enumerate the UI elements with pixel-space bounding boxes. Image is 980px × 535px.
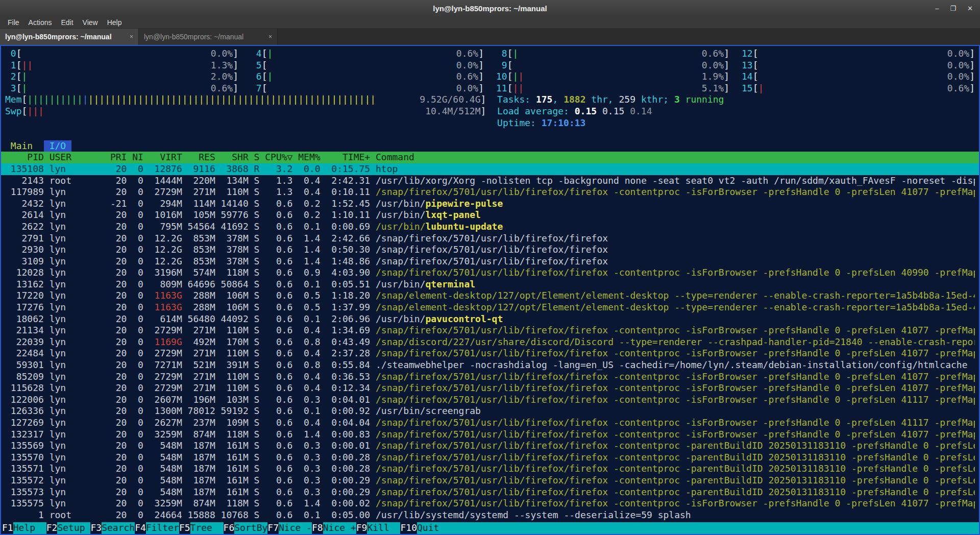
fkey-f4[interactable]: F4Filter xyxy=(135,522,179,534)
process-row[interactable]: 2143root2001444M220M134MS1.30.42:42.31/u… xyxy=(1,175,979,187)
window-titlebar[interactable]: lyn@lyn-b850mprors: ~/manual – ❐ ✕ xyxy=(0,0,980,16)
maximize-button-icon[interactable]: ❐ xyxy=(950,5,956,12)
process-row[interactable]: 2622lyn200795M5456441692S0.60.10:00.69/u… xyxy=(1,221,979,233)
fkey-f3[interactable]: F3Search xyxy=(90,522,135,534)
res-cell: 288M xyxy=(182,290,215,302)
process-row[interactable]: 85209lyn2002729M271M110MS0.60.40:36.53/s… xyxy=(1,371,979,383)
process-row[interactable]: 132317lyn2003259M874M118MS0.61.40:00.83/… xyxy=(1,429,979,441)
process-row[interactable]: 17276lyn2001163G288M106MS0.60.51:37.99/s… xyxy=(1,302,979,313)
process-row[interactable]: 135571lyn200548M187M161MS0.60.30:00.28/s… xyxy=(1,463,979,475)
fkey-f1[interactable]: F1Help xyxy=(2,522,46,534)
process-row[interactable]: 135569lyn200548M187M161MS0.60.30:00.01/s… xyxy=(1,440,979,452)
fkey-f7[interactable]: F7Nice - xyxy=(267,522,312,534)
process-row[interactable]: 135572lyn200548M187M161MS0.60.30:00.29/s… xyxy=(1,475,979,487)
terminal-tab[interactable]: lyn@lyn-b850mprors: ~/manual× xyxy=(0,29,139,45)
minimize-button-icon[interactable]: – xyxy=(935,5,939,12)
fkey-bar: F1Help F2Setup F3SearchF4FilterF5Tree F6… xyxy=(1,522,979,534)
virt-cell: 7271M xyxy=(143,359,182,371)
screen-tab-main[interactable]: Main xyxy=(5,140,38,152)
ni-cell: 0 xyxy=(127,163,143,175)
process-row[interactable]: 22039lyn2001169G492M170MS0.60.80:43.49/s… xyxy=(1,336,979,348)
column-header-ni[interactable]: NI xyxy=(127,152,143,163)
res-cell: 64696 xyxy=(182,279,215,290)
s-cell: S xyxy=(249,487,260,498)
user-cell: lyn xyxy=(44,382,105,394)
column-header-cmd[interactable]: Command xyxy=(370,152,975,163)
column-header-time[interactable]: TIME+ xyxy=(321,152,371,163)
blank-line xyxy=(1,129,979,140)
s-cell: S xyxy=(249,498,260,509)
process-row[interactable]: 13162lyn200809M6469650864S0.60.10:05.51/… xyxy=(1,279,979,290)
fkey-f9[interactable]: F9Kill xyxy=(356,522,401,534)
terminal-tab[interactable]: lyn@lyn-b850mprors: ~/manual× xyxy=(139,29,278,45)
process-row[interactable]: 126336lyn2001300M7801259192S0.60.10:00.9… xyxy=(1,405,979,417)
pri-cell: 20 xyxy=(105,163,127,175)
ni-cell: 0 xyxy=(127,382,143,394)
fkey-f2[interactable]: F2Setup xyxy=(46,522,91,534)
s-cell: S xyxy=(249,405,260,417)
process-row[interactable]: 59301lyn2007271M521M391MS0.60.80:55.84./… xyxy=(1,359,979,371)
process-row[interactable]: 18062lyn200614M5648044092S0.60.12:06.96/… xyxy=(1,313,979,325)
time-cell: 2:37.28 xyxy=(321,348,371,359)
fkey-f5[interactable]: F5Tree xyxy=(179,522,224,534)
process-row[interactable]: 135570lyn200548M187M161MS0.60.30:00.28/s… xyxy=(1,452,979,464)
pri-cell: 20 xyxy=(105,267,127,279)
column-header-pid[interactable]: PID xyxy=(5,152,44,163)
user-cell: lyn xyxy=(44,233,105,245)
process-row[interactable]: 12028lyn2003196M574M118MS0.60.94:03.90/s… xyxy=(1,267,979,279)
tab-close-icon[interactable]: × xyxy=(130,33,133,40)
process-row[interactable]: 135108lyn2001287691163868R3.20.00:15.75h… xyxy=(1,163,979,175)
process-row[interactable]: 2432lyn-210294M114M14140S0.60.21:52.45/u… xyxy=(1,198,979,210)
process-row[interactable]: 135575lyn2003259M874M118MS0.61.40:00.02/… xyxy=(1,498,979,509)
virt-cell: 12.2G xyxy=(143,233,182,245)
menu-item-actions[interactable]: Actions xyxy=(24,17,57,28)
process-row[interactable]: 21134lyn2002729M271M110MS0.60.41:34.69/s… xyxy=(1,325,979,336)
column-header-virt[interactable]: VIRT xyxy=(143,152,182,163)
terminal[interactable]: 0[0.0%]4[|0.6%]8[|0.6%]12[0.0%]1[||1.3%]… xyxy=(0,45,980,535)
mem-cell: 0.1 xyxy=(292,221,320,233)
user-cell: root xyxy=(44,175,105,187)
time-cell: 0:04.04 xyxy=(321,417,371,429)
s-cell: S xyxy=(249,429,260,441)
process-row[interactable]: 22484lyn2002729M271M110MS0.60.42:37.28/s… xyxy=(1,348,979,359)
pid-cell: 2622 xyxy=(5,221,44,233)
column-header-cpu[interactable]: CPU%▽ xyxy=(259,152,292,163)
process-row[interactable]: 17220lyn2001163G288M106MS0.60.51:18.20/s… xyxy=(1,290,979,302)
user-cell: lyn xyxy=(44,336,105,348)
column-header-user[interactable]: USER xyxy=(44,152,105,163)
menu-item-help[interactable]: Help xyxy=(103,17,127,28)
process-row[interactable]: 2791lyn20012.2G853M378MS0.61.42:42.66/sn… xyxy=(1,233,979,245)
column-header-pri[interactable]: PRI xyxy=(105,152,127,163)
column-header-shr[interactable]: SHR xyxy=(215,152,249,163)
s-cell: S xyxy=(249,325,260,336)
process-row[interactable]: 2614lyn2001016M105M59776S0.60.21:10.11/u… xyxy=(1,209,979,221)
tabbar: lyn@lyn-b850mprors: ~/manual×lyn@lyn-b85… xyxy=(0,29,980,45)
process-row[interactable]: 127269lyn2002627M237M109MS0.60.40:04.04/… xyxy=(1,417,979,429)
tab-close-icon[interactable]: × xyxy=(268,33,272,40)
process-row[interactable]: 117989lyn2002729M271M110MS1.30.40:10.11/… xyxy=(1,186,979,198)
fkey-f10[interactable]: F10Quit xyxy=(400,522,450,534)
screen-tab-io[interactable]: I/O xyxy=(44,140,71,152)
fkey-f8[interactable]: F8Nice + xyxy=(312,522,356,534)
process-row[interactable]: 2930lyn20012.2G853M378MS0.61.40:50.30/sn… xyxy=(1,244,979,256)
process-row[interactable]: 135573lyn200548M187M161MS0.60.30:00.29/s… xyxy=(1,487,979,498)
column-header-s[interactable]: S xyxy=(249,152,260,163)
process-row[interactable]: 115628lyn2002729M271M110MS0.60.40:12.34/… xyxy=(1,382,979,394)
s-cell: S xyxy=(249,463,260,475)
column-header-mem[interactable]: MEM% xyxy=(292,152,320,163)
shr-cell: 110M xyxy=(215,382,249,394)
close-button-icon[interactable]: ✕ xyxy=(967,5,973,12)
fkey-f6[interactable]: F6SortBy xyxy=(224,522,268,534)
tasks-line: Tasks: 175, 1882 thr, 259 kthr; 3 runnin… xyxy=(497,94,724,105)
virt-cell: 1163G xyxy=(143,302,182,313)
column-header-res[interactable]: RES xyxy=(182,152,215,163)
s-cell: S xyxy=(249,279,260,290)
process-row[interactable]: 1root200246641588810768S0.60.10:05.00/us… xyxy=(1,509,979,521)
process-row[interactable]: 122006lyn2002607M196M103MS0.60.30:04.01/… xyxy=(1,394,979,406)
virt-cell: 3196M xyxy=(143,267,182,279)
pri-cell: 20 xyxy=(105,405,127,417)
process-row[interactable]: 3109lyn20012.2G853M378MS0.61.41:48.86/sn… xyxy=(1,256,979,268)
menu-item-file[interactable]: File xyxy=(3,17,24,28)
menu-item-view[interactable]: View xyxy=(78,17,103,28)
menu-item-edit[interactable]: Edit xyxy=(56,17,78,28)
